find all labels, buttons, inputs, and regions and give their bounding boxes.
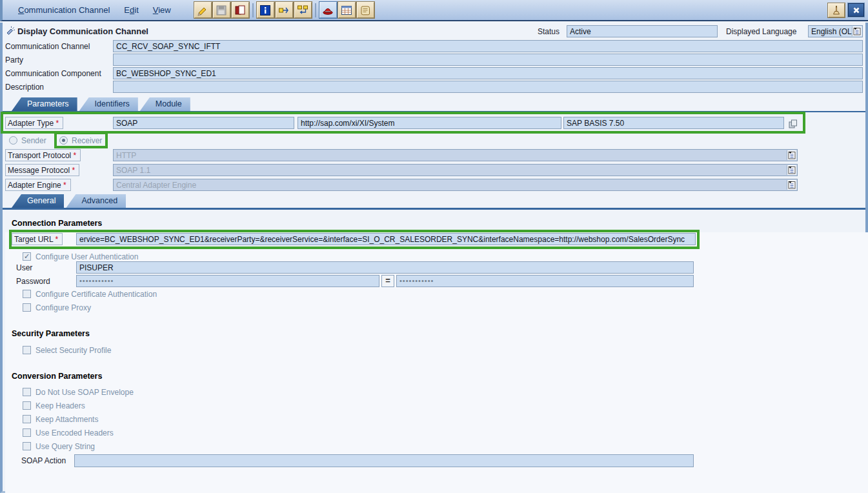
- password-equals-button[interactable]: =: [381, 275, 394, 287]
- pin-button[interactable]: [828, 3, 845, 17]
- navigation-arrows-icon: [278, 4, 290, 17]
- displayed-language-label: Displayed Language: [726, 27, 796, 36]
- sub-tab-divider: [3, 208, 865, 210]
- where-used-icon: [296, 4, 309, 17]
- adapter-swcv-field[interactable]: SAP BASIS 7.50: [563, 117, 784, 129]
- description-field[interactable]: [113, 81, 863, 93]
- user-field[interactable]: PISUPER: [76, 261, 694, 274]
- transport-protocol-dropdown[interactable]: HTTP: [113, 149, 798, 161]
- close-icon: [852, 6, 861, 15]
- message-protocol-label[interactable]: Message Protocol *: [5, 164, 79, 176]
- target-url-field[interactable]: ervice=BC_WEBSHOP_SYNC_ED1&receiverParty…: [76, 233, 696, 245]
- select-security-profile-checkbox[interactable]: [23, 346, 31, 354]
- user-label: User: [16, 263, 32, 272]
- dropdown-icon[interactable]: [787, 165, 796, 175]
- adapter-type-field[interactable]: SOAP: [113, 117, 294, 129]
- window-buttons: [828, 3, 864, 17]
- configure-user-auth-checkbox[interactable]: ✓: [23, 252, 31, 261]
- edit-pencil-button[interactable]: [194, 2, 212, 18]
- soap-action-field[interactable]: [74, 454, 694, 467]
- tab-parameters[interactable]: Parameters: [12, 97, 77, 111]
- communication-channel-label: Communication Channel: [5, 42, 90, 51]
- display-hat-icon: [321, 4, 334, 17]
- party-field[interactable]: [113, 54, 863, 66]
- log-scroll-button[interactable]: [357, 2, 374, 18]
- tab-module[interactable]: Module: [140, 97, 190, 111]
- soap-action-label: SOAP Action: [21, 456, 66, 465]
- copy-icon: [234, 4, 247, 17]
- toolbar-separator: [252, 3, 254, 17]
- save-button[interactable]: [213, 2, 230, 18]
- use-query-string-label: Use Query String: [35, 442, 95, 451]
- page-title: Display Communication Channel: [17, 26, 148, 36]
- table-view-button[interactable]: [338, 2, 356, 18]
- use-query-string-checkbox[interactable]: [23, 442, 31, 450]
- dropdown-icon[interactable]: [787, 150, 796, 160]
- sap-window: Communication Channel Edit View: [0, 0, 868, 493]
- configure-user-auth-label: Configure User Authentication: [35, 252, 138, 261]
- menubar: Communication Channel Edit View: [0, 0, 868, 21]
- password-field[interactable]: •••••••••••: [76, 275, 379, 287]
- configure-certificate-checkbox[interactable]: [23, 290, 31, 298]
- table-view-icon: [340, 4, 353, 17]
- configure-proxy-label: Configure Proxy: [35, 303, 91, 312]
- use-encoded-headers-checkbox[interactable]: [23, 428, 31, 437]
- keep-attachments-label: Keep Attachments: [35, 415, 98, 424]
- display-hat-button[interactable]: [319, 2, 337, 18]
- tab-general[interactable]: General: [12, 194, 64, 208]
- keep-headers-label: Keep Headers: [35, 401, 85, 410]
- menu-communication-channel[interactable]: Communication Channel: [18, 5, 110, 15]
- navigation-arrows-button[interactable]: [276, 2, 293, 18]
- security-parameters-title: Security Parameters: [12, 329, 90, 338]
- displayed-language-dropdown[interactable]: English (OL): [808, 25, 863, 37]
- communication-channel-icon: [6, 26, 15, 35]
- target-url-label[interactable]: Target URL *: [12, 233, 63, 245]
- communication-channel-field[interactable]: CC_RCV_SOAP_SYNC_IFTT: [113, 40, 863, 52]
- menu-view[interactable]: View: [153, 5, 171, 15]
- sender-label: Sender: [21, 136, 46, 145]
- copy-value-icon[interactable]: [787, 118, 798, 129]
- message-protocol-dropdown[interactable]: SOAP 1.1: [113, 164, 798, 176]
- use-encoded-headers-label: Use Encoded Headers: [35, 428, 114, 438]
- configure-certificate-label: Configure Certificate Authentication: [35, 290, 157, 299]
- adapter-type-label[interactable]: Adapter Type *: [5, 117, 63, 129]
- where-used-button[interactable]: [294, 2, 312, 18]
- password-confirm-field[interactable]: •••••••••••: [396, 275, 694, 287]
- adapter-namespace-field[interactable]: http://sap.com/xi/XI/System: [298, 117, 561, 129]
- password-label: Password: [16, 277, 50, 286]
- close-button[interactable]: [848, 3, 864, 17]
- info-button[interactable]: [257, 2, 274, 18]
- main-tabstrip: Parameters Identifiers Module: [12, 97, 192, 111]
- info-icon: [259, 4, 272, 17]
- copy-button[interactable]: [232, 2, 249, 18]
- keep-attachments-checkbox[interactable]: [23, 415, 31, 423]
- toolbar: [194, 2, 376, 18]
- save-icon: [215, 4, 228, 17]
- adapter-engine-label[interactable]: Adapter Engine *: [5, 179, 71, 191]
- party-label: Party: [5, 55, 23, 65]
- sender-radio[interactable]: [9, 136, 17, 145]
- description-label: Description: [5, 83, 44, 92]
- connection-parameters-title: Connection Parameters: [12, 219, 102, 228]
- transport-protocol-label[interactable]: Transport Protocol *: [5, 149, 81, 161]
- keep-headers-checkbox[interactable]: [23, 401, 31, 410]
- status-field[interactable]: Active: [567, 25, 718, 37]
- do-not-use-soap-envelope-checkbox[interactable]: [23, 388, 31, 396]
- sub-tabstrip: General Advanced: [12, 194, 128, 208]
- tab-identifiers[interactable]: Identifiers: [79, 97, 138, 111]
- main-tab-divider: [3, 111, 865, 112]
- menu-edit[interactable]: Edit: [124, 5, 138, 15]
- do-not-use-soap-envelope-label: Do Not Use SOAP Envelope: [35, 388, 134, 397]
- adapter-engine-dropdown[interactable]: Central Adapter Engine: [113, 179, 798, 191]
- dropdown-icon[interactable]: [787, 180, 796, 190]
- edit-pencil-icon: [196, 4, 209, 17]
- communication-component-field[interactable]: BC_WEBSHOP_SYNC_ED1: [113, 67, 863, 79]
- log-scroll-icon: [359, 4, 372, 17]
- configure-proxy-checkbox[interactable]: [23, 303, 31, 312]
- communication-component-label: Communication Component: [5, 69, 101, 78]
- dropdown-icon[interactable]: [852, 26, 862, 36]
- receiver-label: Receiver: [72, 136, 102, 145]
- tab-advanced[interactable]: Advanced: [66, 194, 126, 208]
- status-label: Status: [538, 27, 560, 36]
- receiver-radio[interactable]: [59, 136, 68, 145]
